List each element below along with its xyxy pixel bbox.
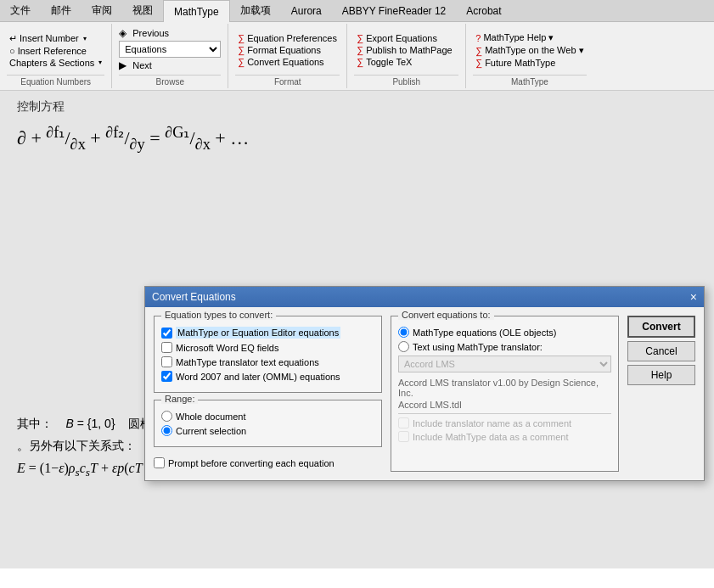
checkbox-row-1: MathType or Equation Editor equations xyxy=(161,327,374,339)
ribbon-group-eqnumbers: ↵ Insert Number ▾ ○ Insert Reference Cha… xyxy=(0,24,112,88)
checkbox-row-2: Microsoft Word EQ fields xyxy=(161,342,374,353)
tab-file[interactable]: 文件 xyxy=(0,0,41,21)
tab-acrobat[interactable]: Acrobat xyxy=(456,0,511,21)
export-equations-btn[interactable]: ∑ Export Equations xyxy=(354,32,454,44)
chapters-sections-btn[interactable]: Chapters & Sections ▾ xyxy=(7,57,104,69)
dialog-close-btn[interactable]: × xyxy=(690,291,697,303)
tab-mathtype[interactable]: MathType xyxy=(163,0,230,22)
cancel-btn[interactable]: Cancel xyxy=(627,341,695,361)
current-sel-radio[interactable] xyxy=(161,425,172,436)
browse-row3: ▶ Next xyxy=(119,59,221,71)
document-area: 控制方程 ∂ + ∂f₁/∂x + ∂f₂/∂y = ∂G₁/∂x + … Co… xyxy=(0,91,714,568)
include-name-row: Include translator name as a comment xyxy=(398,417,611,428)
ole-radio[interactable] xyxy=(398,327,409,338)
word2007-label: Word 2007 and later (OMML) equations xyxy=(176,372,340,382)
dialog-overlay: Convert Equations × Equation types to co… xyxy=(0,91,714,568)
tab-abbyy[interactable]: ABBYY FineReader 12 xyxy=(332,0,457,21)
convert-to-title: Convert equations to: xyxy=(398,310,494,320)
eqnumbers-label: Equation Numbers xyxy=(7,75,104,87)
insert-icon: ↵ xyxy=(9,33,17,44)
checkbox-row-4: Word 2007 and later (OMML) equations xyxy=(161,371,374,382)
range-group: Range: Whole document Current selection xyxy=(154,400,382,447)
dialog-right-panel: Convert equations to: MathType equations… xyxy=(391,316,619,472)
convert-to-group: Convert equations to: MathType equations… xyxy=(391,316,619,472)
previous-icon: ◈ xyxy=(119,27,126,39)
convert-btn[interactable]: Convert xyxy=(627,316,695,338)
mathtype-checkbox[interactable] xyxy=(161,328,172,339)
equations-dropdown[interactable]: Equations xyxy=(119,41,221,58)
include-name-label: Include translator name as a comment xyxy=(413,418,571,428)
convert-equations-btn[interactable]: ∑ Convert Equations xyxy=(235,56,340,68)
equation-types-group: Equation types to convert: MathType or E… xyxy=(154,316,382,393)
translator-dropdown[interactable]: Accord LMS xyxy=(398,356,611,372)
whole-doc-row: Whole document xyxy=(161,411,374,422)
export-icon: ∑ xyxy=(357,33,363,43)
ole-objects-row: MathType equations (OLE objects) xyxy=(398,327,611,338)
ribbon-content: ↵ Insert Number ▾ ○ Insert Reference Cha… xyxy=(0,22,714,90)
help-icon: ? xyxy=(475,33,481,43)
browse-row1: ◈ Previous xyxy=(119,27,221,39)
format-equations-btn[interactable]: ∑ Format Equations xyxy=(235,44,340,56)
prompt-checkbox[interactable] xyxy=(154,457,165,468)
tab-mail[interactable]: 邮件 xyxy=(41,0,82,21)
next-btn[interactable]: Next xyxy=(130,59,155,71)
range-title: Range: xyxy=(161,394,198,404)
convert-equations-dialog: Convert Equations × Equation types to co… xyxy=(144,286,705,481)
whole-doc-radio[interactable] xyxy=(161,411,172,422)
tex-icon: ∑ xyxy=(357,57,363,67)
current-sel-label: Current selection xyxy=(176,426,246,436)
current-sel-row: Current selection xyxy=(161,425,374,436)
format-icon: ∑ xyxy=(238,45,245,55)
ole-label: MathType equations (OLE objects) xyxy=(413,328,556,338)
translator-text-label: MathType translator text equations xyxy=(176,357,319,367)
separator xyxy=(398,413,611,414)
mathtype-help-content: ? MathType Help ▾ ∑ MathType on the Web … xyxy=(473,27,586,73)
insert-number-btn[interactable]: ↵ Insert Number ▾ xyxy=(7,32,104,45)
mathtype-help-btn[interactable]: ? MathType Help ▾ xyxy=(473,31,586,44)
publish-mathpage-btn[interactable]: ∑ Publish to MathPage xyxy=(354,44,454,56)
text-translator-row: Text using MathType translator: xyxy=(398,341,611,352)
ribbon: 文件 邮件 审阅 视图 MathType 加载项 Aurora ABBYY Fi… xyxy=(0,0,714,91)
dialog-left-panel: Equation types to convert: MathType or E… xyxy=(154,316,382,472)
publish-icon: ∑ xyxy=(357,45,363,55)
equation-preferences-btn[interactable]: ∑ Equation Preferences xyxy=(235,32,340,44)
future-mathtype-btn[interactable]: ∑ Future MathType xyxy=(473,57,586,69)
dropdown-arrow2: ▾ xyxy=(98,59,102,66)
mathtype-checkbox-label: MathType or Equation Editor equations xyxy=(176,327,340,339)
browse-row2: Equations xyxy=(119,41,221,58)
mathtype-web-btn[interactable]: ∑ MathType on the Web ▾ xyxy=(473,44,586,57)
help-btn[interactable]: Help xyxy=(627,365,695,385)
translator-text-checkbox[interactable] xyxy=(161,356,172,367)
insert-reference-btn[interactable]: ○ Insert Reference xyxy=(7,45,104,57)
text-translator-label: Text using MathType translator: xyxy=(413,342,543,352)
toggle-tex-btn[interactable]: ∑ Toggle TeX xyxy=(354,56,454,68)
dialog-body: Equation types to convert: MathType or E… xyxy=(145,307,704,480)
word-eq-label: Microsoft Word EQ fields xyxy=(176,343,278,353)
publish-label: Publish xyxy=(354,75,458,87)
format-label: Format xyxy=(235,75,340,87)
future-icon: ∑ xyxy=(475,58,482,68)
tab-addins[interactable]: 加载项 xyxy=(230,0,281,21)
tab-view[interactable]: 视图 xyxy=(122,0,163,21)
previous-btn[interactable]: Previous xyxy=(130,27,171,39)
include-name-checkbox xyxy=(398,417,409,428)
browse-label: Browse xyxy=(119,75,221,87)
ribbon-group-mathtype: ? MathType Help ▾ ∑ MathType on the Web … xyxy=(466,24,593,88)
ribbon-tab-bar: 文件 邮件 审阅 视图 MathType 加载项 Aurora ABBYY Fi… xyxy=(0,0,714,22)
prefs-icon: ∑ xyxy=(238,33,245,43)
word-eq-checkbox[interactable] xyxy=(161,342,172,353)
ribbon-group-publish: ∑ Export Equations ∑ Publish to MathPage… xyxy=(347,24,466,88)
publish-content: ∑ Export Equations ∑ Publish to MathPage… xyxy=(354,27,454,73)
word2007-checkbox[interactable] xyxy=(161,371,172,382)
translator-info: Accord LMS translator v1.00 by Design Sc… xyxy=(398,378,611,398)
tab-aurora[interactable]: Aurora xyxy=(281,0,332,21)
format-content: ∑ Equation Preferences ∑ Format Equation… xyxy=(235,27,340,73)
text-translator-radio[interactable] xyxy=(398,341,409,352)
web-icon: ∑ xyxy=(475,46,482,56)
ribbon-group-format: ∑ Equation Preferences ∑ Format Equation… xyxy=(228,24,347,88)
dialog-actions: Convert Cancel Help xyxy=(627,316,695,472)
ref-icon: ○ xyxy=(9,46,15,56)
tab-review[interactable]: 审阅 xyxy=(82,0,122,21)
dialog-title-bar: Convert Equations × xyxy=(145,287,704,307)
checkbox-row-3: MathType translator text equations xyxy=(161,356,374,367)
